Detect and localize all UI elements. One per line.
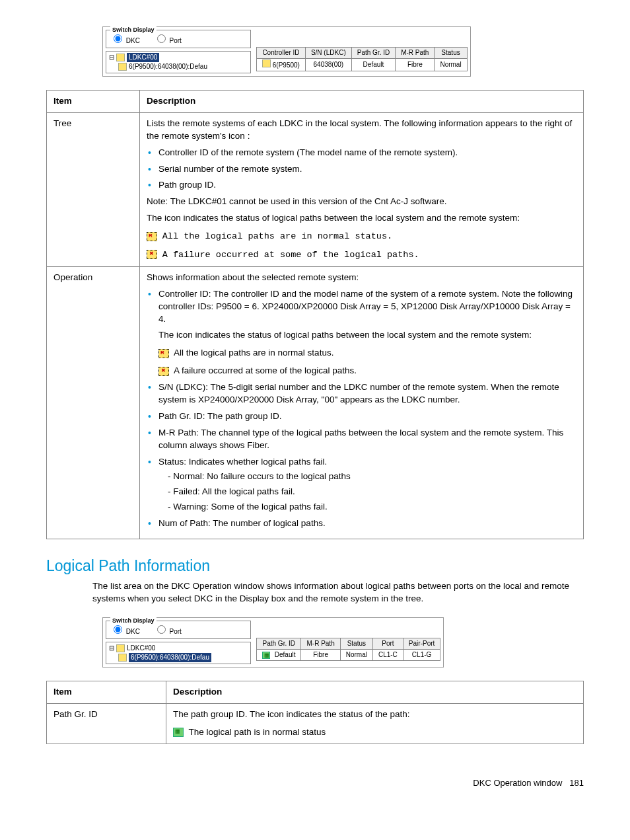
tree-area-2: ⊟ LDKC#00 6(P9500):64038(00):Defau <box>106 642 251 664</box>
row-operation-item: Operation <box>47 266 140 539</box>
row-tree-item: Tree <box>47 112 140 266</box>
radio-dkc[interactable]: DKC <box>110 37 140 44</box>
radio-port[interactable]: Port <box>154 37 182 44</box>
tree-child[interactable]: 6(P9500):64038(00):Defau <box>118 62 248 71</box>
status-fail-icon <box>147 250 157 259</box>
status-normal-icon <box>158 349 169 358</box>
switch-legend: Switch Display <box>110 26 157 34</box>
status-normal-icon <box>147 232 157 241</box>
col-desc: Description <box>140 91 584 113</box>
tree-child-2[interactable]: 6(P9500):64038(00):Defau <box>118 653 248 662</box>
status-fail-icon <box>158 367 169 376</box>
tree-area: ⊟ LDKC#00 6(P9500):64038(00):Defau <box>106 51 251 73</box>
switch-display-box: Switch Display DKC Port <box>106 30 251 48</box>
col-item: Item <box>47 91 140 113</box>
row-pathgr-item: Path Gr. ID <box>47 703 166 744</box>
remote-system-table: Controller ID S/N (LDKC) Path Gr. ID M-R… <box>256 47 468 71</box>
tree-root-2[interactable]: ⊟ LDKC#00 <box>109 644 248 653</box>
description-table-1: Item Description Tree Lists the remote s… <box>46 90 584 539</box>
tree-root[interactable]: ⊟ LDKC#00 <box>109 53 248 62</box>
radio-port-2[interactable]: Port <box>154 628 182 635</box>
row-operation-desc: Shows information about the selected rem… <box>140 266 584 539</box>
switch-display-box-2: Switch Display DKC Port <box>106 621 251 639</box>
description-table-2: Item Description Path Gr. ID The path gr… <box>46 681 584 744</box>
radio-dkc-2[interactable]: DKC <box>110 628 140 635</box>
row-pathgr-desc: The path group ID. The icon indicates th… <box>166 703 584 744</box>
logical-path-table: Path Gr. ID M-R Path Status Port Pair-Po… <box>256 638 440 661</box>
col-item-2: Item <box>47 681 166 704</box>
path-normal-icon <box>173 728 184 737</box>
section-para: The list area on the DKC Operation windo… <box>92 580 584 605</box>
row-tree-desc: Lists the remote systems of each LDKC in… <box>140 112 584 266</box>
col-desc-2: Description <box>166 681 584 704</box>
figure-dkc-operation: Switch Display DKC Port ⊟ LDKC#00 6(P950… <box>102 26 471 77</box>
figure-logical-path: Switch Display DKC Port ⊟ LDKC#00 6(P950… <box>102 617 444 668</box>
section-title: Logical Path Information <box>46 555 584 576</box>
page-footer: DKC Operation window 181 <box>46 777 584 789</box>
